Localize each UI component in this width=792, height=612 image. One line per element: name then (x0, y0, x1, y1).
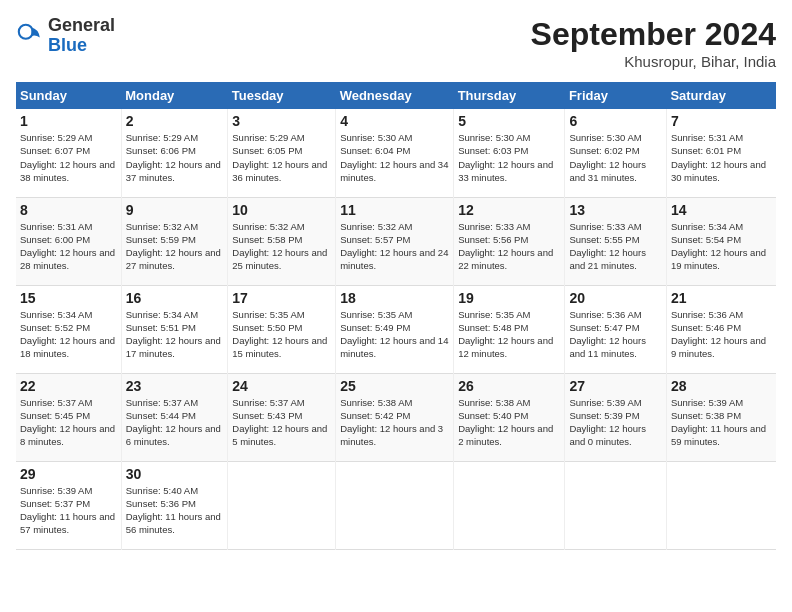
cell-info: Sunrise: 5:33 AMSunset: 5:56 PMDaylight:… (458, 221, 553, 272)
day-number: 12 (458, 202, 560, 218)
day-number: 15 (20, 290, 117, 306)
day-number: 27 (569, 378, 662, 394)
cell-info: Sunrise: 5:37 AMSunset: 5:43 PMDaylight:… (232, 397, 327, 448)
cell-info: Sunrise: 5:31 AMSunset: 6:01 PMDaylight:… (671, 132, 766, 183)
day-number: 29 (20, 466, 117, 482)
calendar-cell: 26 Sunrise: 5:38 AMSunset: 5:40 PMDaylig… (454, 373, 565, 461)
calendar-cell: 29 Sunrise: 5:39 AMSunset: 5:37 PMDaylig… (16, 461, 121, 549)
calendar-week-row: 8 Sunrise: 5:31 AMSunset: 6:00 PMDayligh… (16, 197, 776, 285)
cell-info: Sunrise: 5:34 AMSunset: 5:54 PMDaylight:… (671, 221, 766, 272)
calendar-cell (228, 461, 336, 549)
cell-info: Sunrise: 5:32 AMSunset: 5:58 PMDaylight:… (232, 221, 327, 272)
calendar-cell: 19 Sunrise: 5:35 AMSunset: 5:48 PMDaylig… (454, 285, 565, 373)
cell-info: Sunrise: 5:36 AMSunset: 5:46 PMDaylight:… (671, 309, 766, 360)
cell-info: Sunrise: 5:35 AMSunset: 5:50 PMDaylight:… (232, 309, 327, 360)
cell-info: Sunrise: 5:29 AMSunset: 6:05 PMDaylight:… (232, 132, 327, 183)
cell-info: Sunrise: 5:36 AMSunset: 5:47 PMDaylight:… (569, 309, 646, 360)
day-number: 17 (232, 290, 331, 306)
day-number: 22 (20, 378, 117, 394)
cell-info: Sunrise: 5:29 AMSunset: 6:07 PMDaylight:… (20, 132, 115, 183)
cell-info: Sunrise: 5:35 AMSunset: 5:49 PMDaylight:… (340, 309, 448, 360)
calendar-cell: 24 Sunrise: 5:37 AMSunset: 5:43 PMDaylig… (228, 373, 336, 461)
cell-info: Sunrise: 5:30 AMSunset: 6:04 PMDaylight:… (340, 132, 448, 183)
calendar-cell: 17 Sunrise: 5:35 AMSunset: 5:50 PMDaylig… (228, 285, 336, 373)
col-sunday: Sunday (16, 82, 121, 109)
cell-info: Sunrise: 5:40 AMSunset: 5:36 PMDaylight:… (126, 485, 221, 536)
day-number: 24 (232, 378, 331, 394)
day-number: 6 (569, 113, 662, 129)
calendar-cell (565, 461, 667, 549)
cell-info: Sunrise: 5:30 AMSunset: 6:03 PMDaylight:… (458, 132, 553, 183)
cell-info: Sunrise: 5:38 AMSunset: 5:42 PMDaylight:… (340, 397, 443, 448)
cell-info: Sunrise: 5:39 AMSunset: 5:39 PMDaylight:… (569, 397, 646, 448)
cell-info: Sunrise: 5:38 AMSunset: 5:40 PMDaylight:… (458, 397, 553, 448)
day-number: 28 (671, 378, 772, 394)
cell-info: Sunrise: 5:35 AMSunset: 5:48 PMDaylight:… (458, 309, 553, 360)
calendar-cell: 4 Sunrise: 5:30 AMSunset: 6:04 PMDayligh… (336, 109, 454, 197)
day-number: 4 (340, 113, 449, 129)
calendar-cell: 14 Sunrise: 5:34 AMSunset: 5:54 PMDaylig… (666, 197, 776, 285)
calendar-week-row: 15 Sunrise: 5:34 AMSunset: 5:52 PMDaylig… (16, 285, 776, 373)
day-number: 5 (458, 113, 560, 129)
day-number: 14 (671, 202, 772, 218)
day-number: 26 (458, 378, 560, 394)
logo-icon (16, 22, 44, 50)
calendar-cell: 1 Sunrise: 5:29 AMSunset: 6:07 PMDayligh… (16, 109, 121, 197)
col-wednesday: Wednesday (336, 82, 454, 109)
col-monday: Monday (121, 82, 228, 109)
col-friday: Friday (565, 82, 667, 109)
logo: General Blue (16, 16, 115, 56)
calendar-cell: 18 Sunrise: 5:35 AMSunset: 5:49 PMDaylig… (336, 285, 454, 373)
calendar-cell: 16 Sunrise: 5:34 AMSunset: 5:51 PMDaylig… (121, 285, 228, 373)
logo-blue-text: Blue (48, 35, 87, 55)
day-number: 16 (126, 290, 224, 306)
day-number: 1 (20, 113, 117, 129)
calendar-cell: 7 Sunrise: 5:31 AMSunset: 6:01 PMDayligh… (666, 109, 776, 197)
calendar-cell: 3 Sunrise: 5:29 AMSunset: 6:05 PMDayligh… (228, 109, 336, 197)
day-number: 13 (569, 202, 662, 218)
title-block: September 2024 Khusropur, Bihar, India (531, 16, 776, 70)
calendar-cell: 21 Sunrise: 5:36 AMSunset: 5:46 PMDaylig… (666, 285, 776, 373)
calendar-week-row: 1 Sunrise: 5:29 AMSunset: 6:07 PMDayligh… (16, 109, 776, 197)
calendar-cell: 25 Sunrise: 5:38 AMSunset: 5:42 PMDaylig… (336, 373, 454, 461)
day-number: 21 (671, 290, 772, 306)
cell-info: Sunrise: 5:39 AMSunset: 5:38 PMDaylight:… (671, 397, 766, 448)
logo-general-text: General (48, 15, 115, 35)
calendar-cell: 30 Sunrise: 5:40 AMSunset: 5:36 PMDaylig… (121, 461, 228, 549)
cell-info: Sunrise: 5:29 AMSunset: 6:06 PMDaylight:… (126, 132, 221, 183)
day-number: 2 (126, 113, 224, 129)
calendar-cell: 9 Sunrise: 5:32 AMSunset: 5:59 PMDayligh… (121, 197, 228, 285)
logo-text: General Blue (48, 16, 115, 56)
day-number: 18 (340, 290, 449, 306)
calendar-cell (454, 461, 565, 549)
calendar-cell: 10 Sunrise: 5:32 AMSunset: 5:58 PMDaylig… (228, 197, 336, 285)
day-number: 19 (458, 290, 560, 306)
calendar-cell: 27 Sunrise: 5:39 AMSunset: 5:39 PMDaylig… (565, 373, 667, 461)
cell-info: Sunrise: 5:33 AMSunset: 5:55 PMDaylight:… (569, 221, 646, 272)
day-number: 3 (232, 113, 331, 129)
calendar-cell: 15 Sunrise: 5:34 AMSunset: 5:52 PMDaylig… (16, 285, 121, 373)
cell-info: Sunrise: 5:31 AMSunset: 6:00 PMDaylight:… (20, 221, 115, 272)
calendar-cell (336, 461, 454, 549)
day-number: 7 (671, 113, 772, 129)
calendar-cell: 20 Sunrise: 5:36 AMSunset: 5:47 PMDaylig… (565, 285, 667, 373)
calendar-cell: 6 Sunrise: 5:30 AMSunset: 6:02 PMDayligh… (565, 109, 667, 197)
calendar-cell: 11 Sunrise: 5:32 AMSunset: 5:57 PMDaylig… (336, 197, 454, 285)
day-number: 20 (569, 290, 662, 306)
cell-info: Sunrise: 5:30 AMSunset: 6:02 PMDaylight:… (569, 132, 646, 183)
calendar-cell: 23 Sunrise: 5:37 AMSunset: 5:44 PMDaylig… (121, 373, 228, 461)
day-number: 25 (340, 378, 449, 394)
page-header: General Blue September 2024 Khusropur, B… (16, 16, 776, 70)
calendar-cell: 8 Sunrise: 5:31 AMSunset: 6:00 PMDayligh… (16, 197, 121, 285)
calendar-cell: 2 Sunrise: 5:29 AMSunset: 6:06 PMDayligh… (121, 109, 228, 197)
calendar-header-row: Sunday Monday Tuesday Wednesday Thursday… (16, 82, 776, 109)
cell-info: Sunrise: 5:34 AMSunset: 5:52 PMDaylight:… (20, 309, 115, 360)
calendar-table: Sunday Monday Tuesday Wednesday Thursday… (16, 82, 776, 550)
cell-info: Sunrise: 5:37 AMSunset: 5:45 PMDaylight:… (20, 397, 115, 448)
calendar-cell: 28 Sunrise: 5:39 AMSunset: 5:38 PMDaylig… (666, 373, 776, 461)
month-title: September 2024 (531, 16, 776, 53)
day-number: 9 (126, 202, 224, 218)
cell-info: Sunrise: 5:37 AMSunset: 5:44 PMDaylight:… (126, 397, 221, 448)
day-number: 10 (232, 202, 331, 218)
calendar-cell: 12 Sunrise: 5:33 AMSunset: 5:56 PMDaylig… (454, 197, 565, 285)
